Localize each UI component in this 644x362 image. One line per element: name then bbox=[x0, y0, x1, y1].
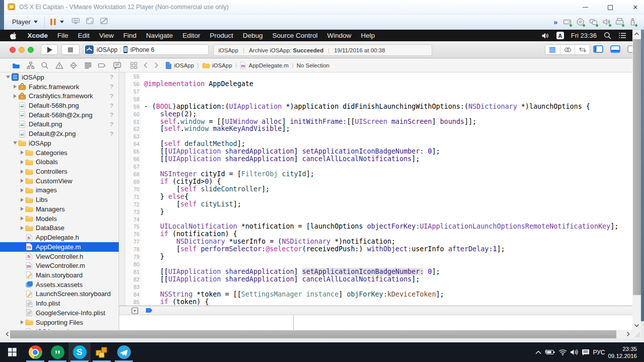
tree-item-launchscreen-storyboard[interactable]: LaunchScreen.storyboard bbox=[0, 289, 119, 299]
taskbar-clock[interactable]: 23:35 09.12.2016 bbox=[608, 345, 637, 359]
scroll-right-arrow[interactable] bbox=[624, 330, 632, 338]
line-number[interactable]: 55 bbox=[126, 73, 141, 81]
navigator-tab-issues[interactable] bbox=[55, 61, 63, 69]
line-number[interactable]: 69 bbox=[126, 178, 141, 186]
console-pane[interactable] bbox=[294, 315, 632, 330]
line-number[interactable]: 56 bbox=[126, 81, 141, 88]
tree-item-customview[interactable]: CustomView bbox=[0, 176, 119, 186]
taskbar-app-chrome[interactable] bbox=[24, 342, 46, 362]
notification-center-icon[interactable] bbox=[618, 32, 626, 39]
tree-item-viewcontroller-m[interactable]: mViewController.m bbox=[0, 261, 119, 270]
tree-item-default-2x-png[interactable]: Default@2x.png? bbox=[0, 129, 119, 138]
code-text[interactable]: NSInteger cityId = [FilterObj cityId]; bbox=[141, 171, 314, 178]
tree-item-fabric-framework[interactable]: Fabric.framework? bbox=[0, 82, 119, 92]
code-text[interactable]: @implementation AppDelegate bbox=[141, 81, 254, 88]
code-text[interactable]: UILocalNotification *notification = [lau… bbox=[141, 223, 618, 231]
line-number[interactable]: 57 bbox=[126, 88, 141, 96]
input-source-icon[interactable]: A bbox=[556, 32, 564, 39]
navigator-tab-symbols[interactable] bbox=[27, 61, 35, 69]
jumpbar-crumb[interactable]: iOSApp bbox=[166, 62, 194, 69]
line-number[interactable]: 63 bbox=[126, 133, 141, 140]
line-number[interactable]: 80 bbox=[126, 261, 141, 268]
line-number[interactable]: 85 bbox=[126, 299, 141, 306]
menu-file[interactable]: File bbox=[53, 32, 73, 39]
traffic-light-minimize[interactable] bbox=[19, 47, 25, 53]
line-number[interactable]: 66 bbox=[126, 156, 141, 163]
line-number[interactable]: 70 bbox=[126, 186, 141, 193]
menu-navigate[interactable]: Navigate bbox=[141, 32, 178, 39]
menu-source-control[interactable]: Source Control bbox=[268, 32, 323, 39]
assistant-editor-button[interactable] bbox=[560, 45, 575, 54]
code-text[interactable]: [[UIApplication sharedApplication] setAp… bbox=[141, 268, 440, 276]
menu-view[interactable]: View bbox=[95, 32, 119, 39]
disclosure-triangle-icon[interactable] bbox=[19, 207, 25, 211]
language-indicator[interactable]: РУС bbox=[593, 349, 605, 356]
tree-item-default-568h-2x-png[interactable]: Default-568h@2x.png? bbox=[0, 110, 119, 120]
toggle-navigator-button[interactable] bbox=[593, 45, 603, 53]
run-button[interactable] bbox=[41, 44, 58, 55]
code-text[interactable]: self.window = [[UIWindow alloc] initWith… bbox=[141, 118, 476, 126]
tree-item-iosapp[interactable]: iOSApp? bbox=[0, 73, 119, 82]
traffic-light-zoom[interactable] bbox=[28, 47, 34, 53]
tray-chevron-up-icon[interactable] bbox=[535, 350, 542, 354]
code-text[interactable]: if (token) { bbox=[141, 299, 209, 306]
taskbar-app-telegram[interactable] bbox=[113, 342, 135, 362]
disclosure-triangle-icon[interactable] bbox=[12, 141, 18, 144]
action-center-icon[interactable] bbox=[582, 349, 590, 356]
line-number[interactable]: 81 bbox=[126, 268, 141, 276]
tree-item-images[interactable]: images bbox=[0, 186, 119, 195]
code-text[interactable]: if (notification) { bbox=[141, 231, 237, 238]
tree-item-supporting-files[interactable]: Supporting Files bbox=[0, 318, 119, 327]
toggle-debug-area-button[interactable] bbox=[610, 45, 620, 53]
code-text[interactable]: [self performSelector:@selector(received… bbox=[141, 246, 505, 253]
toolbar-overflow-chevron-icon[interactable]: » bbox=[553, 18, 557, 26]
menu-find[interactable]: Find bbox=[119, 32, 141, 39]
code-text[interactable]: } bbox=[141, 208, 164, 216]
fullscreen-button[interactable] bbox=[86, 17, 94, 27]
tree-item-assets-xcassets[interactable]: Assets.xcassets bbox=[0, 280, 119, 289]
jumpbar-crumb[interactable]: iOSApp bbox=[202, 62, 232, 68]
line-number[interactable]: 75 bbox=[126, 223, 141, 231]
navigator-tab-logs[interactable] bbox=[113, 61, 121, 69]
code-text[interactable] bbox=[141, 96, 144, 103]
tree-item-appdelegate-h[interactable]: hAppDelegate.h bbox=[0, 233, 119, 242]
disclosure-triangle-icon[interactable] bbox=[19, 216, 25, 221]
variables-view[interactable] bbox=[119, 315, 294, 330]
tree-item-database[interactable]: DataBase bbox=[0, 224, 119, 233]
navigator-tab-breakpoints[interactable] bbox=[98, 61, 107, 69]
tree-item-default-568h-png[interactable]: Default-568h.png? bbox=[0, 101, 119, 110]
code-text[interactable]: [self slideController]; bbox=[141, 186, 270, 193]
line-number[interactable]: 67 bbox=[126, 163, 141, 171]
tree-item-default-png[interactable]: Default.png? bbox=[0, 120, 119, 129]
navigator-tab-reports[interactable] bbox=[84, 61, 92, 69]
line-number[interactable]: 82 bbox=[126, 276, 141, 283]
tree-item-appdelegate-m[interactable]: mAppDelegate.m bbox=[0, 242, 119, 252]
sidebar-split-divider[interactable] bbox=[120, 73, 125, 330]
disclosure-triangle-icon[interactable] bbox=[5, 76, 11, 79]
disclosure-triangle-icon[interactable] bbox=[19, 179, 25, 183]
start-button[interactable] bbox=[0, 342, 24, 362]
tree-item-main-storyboard[interactable]: Main.storyboard bbox=[0, 270, 119, 280]
hard-disk-device-button[interactable] bbox=[563, 18, 572, 26]
tree-item-models[interactable]: Models bbox=[0, 214, 119, 224]
scroll-down-arrow[interactable] bbox=[632, 321, 641, 330]
breakpoints-toggle-icon[interactable] bbox=[145, 308, 153, 313]
code-text[interactable]: } else{ bbox=[141, 193, 189, 201]
line-number[interactable]: 84 bbox=[126, 291, 141, 299]
code-text[interactable] bbox=[141, 163, 144, 171]
tree-item-iosapp[interactable]: iOSApp bbox=[0, 138, 119, 148]
toggle-utilities-button[interactable] bbox=[627, 45, 632, 53]
traffic-light-close[interactable] bbox=[10, 47, 16, 53]
disclosure-triangle-icon[interactable] bbox=[12, 85, 18, 89]
line-number[interactable]: 65 bbox=[126, 148, 141, 156]
line-number[interactable]: 76 bbox=[126, 231, 141, 238]
wifi-icon[interactable] bbox=[558, 349, 567, 355]
window-maximize-button[interactable] bbox=[603, 0, 618, 15]
taskbar-app-vmware[interactable] bbox=[91, 342, 113, 362]
code-text[interactable] bbox=[141, 283, 144, 291]
version-editor-button[interactable] bbox=[575, 45, 590, 54]
menubar-clock[interactable]: Fri 23:36 bbox=[571, 32, 597, 39]
code-text[interactable]: [self defaultMethod]; bbox=[141, 140, 246, 148]
disclosure-triangle-icon[interactable] bbox=[19, 170, 25, 174]
stop-button[interactable] bbox=[61, 44, 79, 55]
